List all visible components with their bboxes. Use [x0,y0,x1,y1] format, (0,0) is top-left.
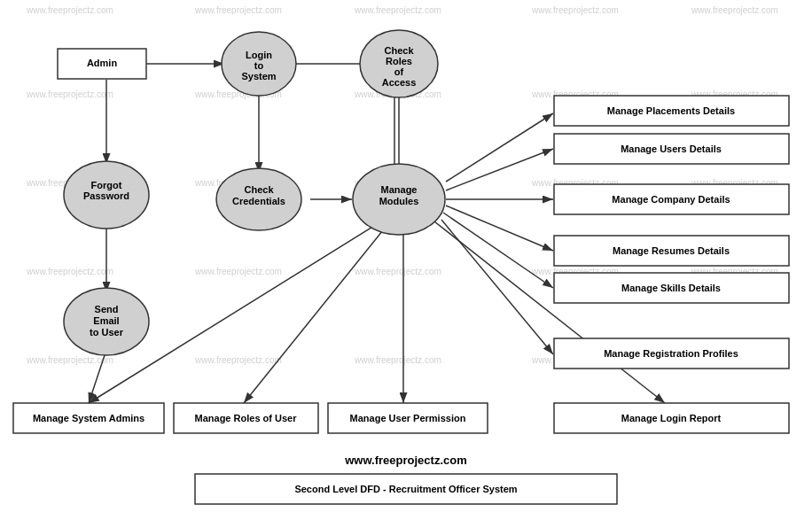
checkroles-label-2: Roles [386,56,412,66]
watermark-1: www.freeprojectz.com [26,5,113,15]
managemodules-label-2: Modules [379,196,419,206]
manage-sysadmins-label: Manage System Admins [33,413,144,423]
watermark-5: www.freeprojectz.com [691,5,778,15]
forgot-label-1: Forgot [91,180,122,190]
watermark-16: www.freeprojectz.com [26,267,113,276]
watermark-2: www.freeprojectz.com [194,5,282,15]
sendemail-label-3: to User [90,327,124,338]
manage-resumes-label: Manage Resumes Details [613,245,730,256]
watermark-3: www.freeprojectz.com [354,5,441,15]
manage-roles-label: Manage Roles of User [195,413,298,423]
title-label: Second Level DFD - Recruitment Officer S… [294,484,517,494]
arrow-manage-roles [244,221,390,403]
watermark-6: www.freeprojectz.com [26,89,113,99]
manage-permission-label: Manage User Permission [350,413,466,423]
manage-login-label: Manage Login Report [621,413,722,423]
watermark-17: www.freeprojectz.com [194,267,282,276]
sendemail-label-2: Email [93,315,119,326]
checkroles-label-3: of [394,66,404,77]
manage-registration-label: Manage Registration Profiles [604,348,738,359]
arrow-manage-placements [446,113,553,182]
forgot-label-2: Password [83,190,129,201]
managemodules-label-1: Manage [381,184,418,195]
manage-skills-label: Manage Skills Details [621,283,721,293]
admin-label: Admin [87,58,118,68]
watermark-22: www.freeprojectz.com [194,355,282,365]
manage-company-label: Manage Company Details [612,194,730,205]
manage-users-label: Manage Users Details [621,144,722,154]
checkroles-label-4: Access [382,77,417,88]
login-label-1: Login [246,50,272,60]
diagram-container: www.freeprojectz.com www.freeprojectz.co… [0,0,812,520]
arrow-manage-skills [443,213,553,288]
watermark-21: www.freeprojectz.com [26,355,113,365]
login-label-3: System [241,71,276,81]
sendemail-label-1: Send [95,304,119,314]
checkroles-label-1: Check [384,45,414,56]
login-label-2: to [254,60,264,71]
watermark-18: www.freeprojectz.com [354,267,441,276]
watermark-4: www.freeprojectz.com [531,5,619,15]
checkcred-label-2: Credentials [232,196,285,206]
website-label: www.freeprojectz.com [344,454,467,467]
manage-placements-label: Manage Placements Details [607,105,735,116]
watermark-23: www.freeprojectz.com [354,355,441,365]
checkcred-label-1: Check [244,184,274,195]
